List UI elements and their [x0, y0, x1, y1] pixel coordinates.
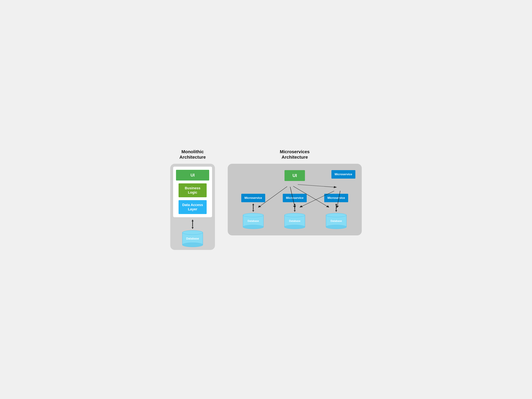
svg-marker-13	[252, 210, 254, 212]
micro-ui-block: UI	[285, 170, 305, 181]
main-container: MonolithicArchitecture UI BusinessLogic …	[170, 149, 362, 250]
svg-rect-1	[192, 221, 193, 227]
microservices-section: MicroservicesArchitecture UI Microservic…	[228, 149, 362, 235]
right-bidir-arrow-svg	[334, 203, 338, 212]
right-db-arrow	[334, 203, 338, 212]
svg-marker-19	[335, 210, 337, 212]
micro-db-center-label: Database	[284, 220, 305, 222]
center-bidir-arrow-svg	[293, 203, 297, 212]
svg-rect-18	[336, 205, 336, 210]
micro-db-left-label: Database	[243, 220, 264, 222]
micro-db-right: Database	[326, 213, 347, 229]
mono-dal-block: Data AccessLayer	[178, 200, 207, 214]
micro-db-left: Database	[243, 213, 264, 229]
micro-svc-col-right: Microservice	[324, 194, 348, 229]
mono-arrow-svg	[190, 219, 195, 229]
svg-rect-15	[294, 205, 295, 210]
center-db-arrow	[293, 203, 297, 212]
micro-svc-left: Microservice	[241, 194, 265, 202]
mono-biz-block: BusinessLogic	[178, 183, 207, 197]
mono-db-arrow	[190, 219, 195, 229]
monolithic-inner: UI BusinessLogic Data AccessLayer	[173, 167, 212, 217]
micro-svc-col-left: Microservice	[241, 194, 265, 229]
micro-top-right-service: Microservice	[331, 170, 355, 179]
micro-db-center: Database	[284, 213, 305, 229]
mono-database: Database	[182, 230, 203, 247]
micro-diagram-area: Microservice	[234, 181, 355, 229]
monolithic-title: MonolithicArchitecture	[179, 149, 206, 160]
svg-marker-16	[294, 210, 296, 212]
microservices-box: UI Microservice	[228, 164, 362, 235]
micro-svc-center: Microservice	[283, 194, 307, 202]
left-db-arrow	[251, 203, 255, 212]
left-bidir-arrow-svg	[251, 203, 255, 212]
svg-marker-2	[192, 227, 194, 229]
micro-db-right-label: Database	[326, 220, 347, 222]
micro-svc-right: Microservice	[324, 194, 348, 202]
micro-svc-col-center: Microservice	[283, 194, 307, 229]
mono-ui-block: UI	[176, 170, 209, 181]
monolithic-section: MonolithicArchitecture UI BusinessLogic …	[170, 149, 215, 250]
microservices-title: MicroservicesArchitecture	[280, 149, 310, 160]
mono-db-label: Database	[182, 237, 203, 240]
svg-rect-12	[253, 205, 253, 210]
monolithic-box: UI BusinessLogic Data AccessLayer	[170, 164, 215, 250]
